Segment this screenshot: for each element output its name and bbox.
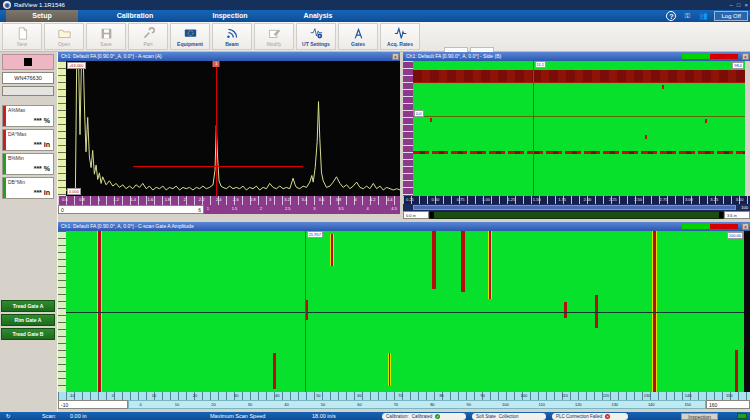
- cscan-cursor-vertical[interactable]: [305, 231, 306, 392]
- status-pill-value: Calibrated: [412, 413, 433, 420]
- cscan-header[interactable]: Ch1: Default FA [0.90.0°, A, 0.0°] - C-s…: [58, 222, 750, 231]
- measurement-color-bar: [3, 106, 6, 126]
- bscan-header[interactable]: Ch1: Default FA [0.90.0°, A, 0.0°] - Sid…: [403, 52, 750, 61]
- close-icon[interactable]: ×: [744, 0, 748, 10]
- axis-tick-label: 110: [539, 402, 545, 407]
- bscan-hcursor-label: 0.0: [414, 110, 424, 117]
- empty-field[interactable]: [2, 86, 54, 96]
- save-button[interactable]: Save: [86, 23, 126, 50]
- measurement-dbmin: DB°Min*** in: [2, 177, 54, 199]
- toolbar-button-label: Gates: [351, 41, 365, 47]
- measurement-color-bar: [3, 154, 6, 174]
- help-icon[interactable]: ?: [666, 11, 676, 21]
- window-title: RailView 1.1R1546: [14, 0, 65, 10]
- measurement-value: *** in: [34, 141, 50, 148]
- measurement-damax: DA°Max*** in: [2, 129, 54, 151]
- acq-rates-button[interactable]: Acq. Rates: [380, 23, 420, 50]
- ascan-header[interactable]: Ch1: Default FA [0.90.0°_A, 0.0°] - A-sc…: [58, 52, 400, 61]
- status-pill-label: Calibration:: [386, 413, 409, 420]
- axis-tick-label: 1.4: [130, 197, 136, 202]
- slider-min: 0: [61, 206, 64, 214]
- inspection-status-button[interactable]: Inspection: [681, 413, 718, 420]
- toolbar-buttons: NewOpenSavePartEquipmentBeamModifyUT Set…: [2, 23, 420, 50]
- ascan-range-slider[interactable]: 0 6 11.522.533.544.5: [58, 205, 400, 214]
- axis-tick-label: 1.8: [165, 197, 171, 202]
- axis-tick-label: 130: [644, 393, 651, 398]
- ascan-cursor[interactable]: [216, 61, 217, 196]
- bscan-range-track[interactable]: [429, 211, 724, 219]
- bscan-range-bar[interactable]: 0.0 in 3.6 in: [403, 211, 750, 219]
- tread-gate-b-button[interactable]: Tread Gate B: [1, 328, 55, 340]
- toolbar-button-label: Modify: [267, 41, 282, 47]
- cscan-range-slider[interactable]: -10 010203040506070809010011012013014015…: [58, 400, 750, 409]
- users-icon[interactable]: 👥: [698, 11, 708, 21]
- beam-button[interactable]: Beam: [212, 23, 252, 50]
- bscan-plot[interactable]: 11.1 0.0 98.0: [413, 61, 745, 196]
- measurement-label: B%Min: [8, 155, 24, 161]
- gate-a-line[interactable]: [133, 166, 303, 167]
- open-button[interactable]: Open: [44, 23, 84, 50]
- bscan-scrollbar[interactable]: 100: [403, 204, 750, 211]
- status-pill-value: Collection: [499, 413, 519, 420]
- modify-button[interactable]: Modify: [254, 23, 294, 50]
- amplitude-legend: [682, 54, 738, 59]
- range-handle-left[interactable]: [430, 212, 434, 218]
- gate-marker[interactable]: 1: [213, 61, 220, 67]
- ut-settings-button[interactable]: UT Settings: [296, 23, 336, 50]
- error-icon: ✕: [605, 414, 610, 419]
- close-icon[interactable]: ×: [742, 53, 749, 60]
- part-button[interactable]: Part: [128, 23, 168, 50]
- maximize-icon[interactable]: □: [737, 0, 741, 10]
- close-icon[interactable]: ×: [392, 53, 399, 60]
- color-swatch[interactable]: [2, 54, 54, 70]
- close-icon[interactable]: ×: [742, 223, 749, 230]
- axis-tick-label: 80: [439, 393, 443, 398]
- axis-tick-label: 1.75: [558, 197, 566, 202]
- axis-tick-label: 3.6: [319, 197, 325, 202]
- legend-green: [682, 54, 710, 59]
- log-off-button[interactable]: Log Off: [714, 11, 748, 21]
- rim-gate-a-button[interactable]: Rim Gate A: [1, 314, 55, 326]
- beam-icon: [226, 27, 239, 40]
- ascan-slider-bar[interactable]: 11.522.533.544.5: [204, 205, 400, 214]
- bscan-scroll-thumb[interactable]: [413, 205, 736, 210]
- refresh-icon[interactable]: ↻: [6, 412, 11, 420]
- axis-tick-label: 40: [275, 393, 279, 398]
- gates-button[interactable]: Gates: [338, 23, 378, 50]
- tab-calibration[interactable]: Calibration: [95, 10, 175, 22]
- cscan-indication-streak: [461, 231, 465, 292]
- open-folder-icon: [58, 27, 71, 40]
- tab-setup[interactable]: Setup: [6, 10, 78, 22]
- equipment-button[interactable]: Equipment: [170, 23, 210, 50]
- range-handle-right[interactable]: [719, 212, 723, 218]
- cscan-right-label: 100.00: [727, 232, 743, 239]
- tread-gate-a-button[interactable]: Tread Gate A: [1, 300, 55, 312]
- toolbar-button-label: New: [17, 41, 27, 47]
- axis-tick-label: 150: [726, 393, 733, 398]
- part-id-field[interactable]: WN476630: [2, 72, 54, 84]
- speed-value: 18.00 in/s: [312, 412, 336, 420]
- tab-label: Analysis: [304, 12, 333, 19]
- ascan-plot[interactable]: 1 +63.000 0.000: [66, 61, 400, 196]
- measurement-color-bar: [3, 130, 6, 150]
- minimize-icon[interactable]: –: [730, 0, 733, 10]
- measurement-label: DB°Min: [8, 179, 25, 185]
- swatch-square-icon: [24, 58, 32, 66]
- cscan-slider-bar[interactable]: 0102030405060708090100110120130140150: [128, 400, 706, 409]
- ascan-slider-cell[interactable]: 0 6: [58, 205, 204, 214]
- new-button[interactable]: New: [2, 23, 42, 50]
- cscan-cursor-horizontal[interactable]: [66, 312, 744, 313]
- bscan-cursor-label: 11.1: [535, 61, 547, 68]
- tab-inspection[interactable]: Inspection: [192, 10, 268, 22]
- tab-analysis[interactable]: Analysis: [286, 10, 350, 22]
- axis-tick-label: 3.8: [336, 197, 342, 202]
- bscan-cursor-vertical[interactable]: [533, 61, 534, 196]
- key-icon[interactable]: ⚿: [682, 11, 692, 21]
- axis-tick-label: 1: [98, 197, 100, 202]
- axis-tick-label: 3.25: [710, 197, 718, 202]
- axis-tick-label: 3.5: [338, 206, 344, 211]
- cscan-plot[interactable]: 21.957 100.00: [66, 231, 744, 392]
- cscan-indication-streak: [432, 231, 436, 289]
- axis-tick-label: 1.5: [232, 206, 238, 211]
- bscan-cursor-horizontal[interactable]: [413, 116, 745, 117]
